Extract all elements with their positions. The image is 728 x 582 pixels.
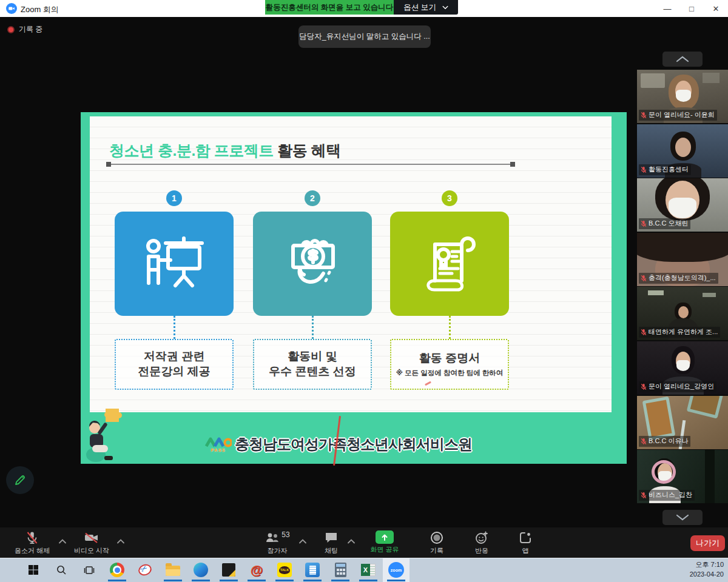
dotted-connector xyxy=(174,316,175,339)
dotted-connector xyxy=(312,316,314,339)
reactions-icon xyxy=(474,530,489,545)
chevron-up-icon xyxy=(298,539,307,544)
mic-muted-icon xyxy=(641,166,647,173)
window-controls: — □ ✕ xyxy=(655,0,728,17)
participant-tile[interactable]: 비즈니스_김찬 xyxy=(637,450,728,503)
participant-name-label: 태연하게 유연하게 조... xyxy=(639,327,720,338)
taskbar-file-explorer-button[interactable] xyxy=(160,558,186,582)
recording-dot-icon xyxy=(7,26,15,33)
kakaotalk-icon: TALK xyxy=(277,563,292,577)
chevron-down-icon xyxy=(442,5,448,10)
zoom-app-icon xyxy=(6,3,17,14)
chevron-up-icon xyxy=(347,539,356,544)
apps-button[interactable]: 앱 xyxy=(512,530,539,555)
record-button[interactable]: 기록 xyxy=(423,530,450,555)
mic-muted-icon xyxy=(641,275,647,282)
taskbar-clock[interactable]: 오후 7:10 2023-04-20 xyxy=(690,560,724,580)
taskbar-snipping-button[interactable]: ✂ xyxy=(132,558,158,582)
unmute-button[interactable]: 음소거 해제 xyxy=(8,530,56,555)
mascot-illustration xyxy=(83,407,125,466)
participants-caret[interactable] xyxy=(298,535,307,546)
participant-tile[interactable]: 활동진흥센터 xyxy=(637,124,728,178)
pencil-icon xyxy=(13,473,27,487)
participants-count: 53 xyxy=(281,530,289,539)
chat-button[interactable]: 채팅 xyxy=(318,530,345,555)
excel-icon: X xyxy=(361,564,376,576)
view-options-button[interactable]: 옵션 보기 xyxy=(394,0,458,15)
participant-name-label: 비즈니스_김찬 xyxy=(639,490,695,501)
share-screen-icon xyxy=(376,530,394,544)
clock-time: 오후 7:10 xyxy=(690,560,724,570)
video-options-caret[interactable] xyxy=(116,535,125,546)
participant-tile[interactable]: 태연하게 유연하게 조... xyxy=(637,287,728,340)
audio-options-caret[interactable] xyxy=(58,535,67,546)
pass-logo-icon: PASS xyxy=(205,436,232,452)
scroll-participants-up-button[interactable] xyxy=(662,52,703,67)
money-hand-icon xyxy=(253,212,372,316)
mic-muted-icon xyxy=(25,530,39,545)
pass-label: PASS xyxy=(211,448,226,452)
mic-muted-icon xyxy=(641,112,647,119)
taskbar-memo-app-button[interactable] xyxy=(215,558,242,582)
participant-name-label: 문이 열리네요_강영인 xyxy=(639,381,716,392)
organization-logo: PASS 충청남도여성가족청소년사회서비스원 xyxy=(205,435,472,454)
scroll-participants-down-button[interactable] xyxy=(662,510,703,525)
taskbar-calculator-button[interactable] xyxy=(327,558,354,582)
folder-icon xyxy=(166,566,180,576)
benefit-item-1: 1 저작권 관련 전문강의 제공 xyxy=(115,190,234,390)
screen-share-banner: 활동진흥센터의 화면을 보고 있습니다 xyxy=(265,0,394,15)
windows-start-icon xyxy=(28,564,39,575)
taskbar-search-button[interactable] xyxy=(48,558,75,582)
taskbar-kakaotalk-button[interactable]: TALK xyxy=(271,558,298,582)
participant-tile[interactable]: 충격(충청남도의격)_... xyxy=(637,233,728,286)
task-view-icon xyxy=(84,564,95,575)
mic-muted-icon xyxy=(641,383,647,390)
task-view-button[interactable] xyxy=(76,558,103,582)
start-video-button[interactable]: 비디오 시작 xyxy=(68,530,115,555)
clock-date: 2023-04-20 xyxy=(690,570,724,580)
chevron-up-icon xyxy=(58,539,67,544)
participants-icon xyxy=(265,530,280,545)
slide-title-rest: 활동 혜택 xyxy=(277,142,340,159)
participant-tile[interactable]: B.C.C 오채린 xyxy=(637,178,728,232)
close-button[interactable]: ✕ xyxy=(704,0,728,17)
screen-share-banner-text: 활동진흥센터의 화면을 보고 있습니다 xyxy=(266,2,393,13)
window-title: Zoom 회의 xyxy=(21,4,59,15)
window-titlebar: Zoom 회의 활동진흥센터의 화면을 보고 있습니다 옵션 보기 — □ ✕ xyxy=(0,0,728,17)
benefit-item-3: 3 활동 증명서 ※ 모든 일정에 참여한 팀에 한하여 xyxy=(390,190,509,390)
chevron-up-icon xyxy=(676,56,689,62)
zoom-icon: zoom xyxy=(388,562,404,578)
calculator-icon xyxy=(335,563,346,577)
taskbar-document-app-button[interactable] xyxy=(299,558,326,582)
taskbar-excel-button[interactable]: X xyxy=(355,558,382,582)
mic-muted-icon xyxy=(641,438,647,445)
participant-tile[interactable]: 문이 열리네요- 이윤희 xyxy=(637,70,728,123)
certificate-icon xyxy=(390,212,509,316)
benefit-caption-1: 저작권 관련 전문강의 제공 xyxy=(115,339,234,390)
share-screen-button[interactable]: 화면 공유 xyxy=(366,530,403,554)
taskbar-chrome-button[interactable] xyxy=(104,558,130,582)
recording-indicator: 기록 중 xyxy=(7,24,42,35)
camera-muted-icon xyxy=(84,530,99,545)
maximize-button[interactable]: □ xyxy=(679,0,704,17)
annotate-pencil-button[interactable] xyxy=(6,466,34,494)
snipping-tool-icon: ✂ xyxy=(138,563,152,577)
participants-button[interactable]: 53 참가자 xyxy=(257,530,297,555)
taskbar-email-app-button[interactable]: @ xyxy=(243,558,270,582)
mic-muted-icon xyxy=(641,329,647,336)
presentation-lecture-icon xyxy=(115,212,234,316)
taskbar-edge-button[interactable] xyxy=(187,558,214,582)
slide-title: 청소년 충.분.함 프로젝트 활동 혜택 xyxy=(109,141,341,161)
number-badge: 2 xyxy=(305,190,320,206)
taskbar-zoom-button[interactable]: zoom xyxy=(383,558,410,582)
leave-meeting-button[interactable]: 나가기 xyxy=(690,535,725,551)
participant-tile[interactable]: B.C.C 이유나 xyxy=(637,396,728,449)
start-button[interactable] xyxy=(20,558,47,582)
reactions-button[interactable]: 반응 xyxy=(468,530,495,555)
participant-tile[interactable]: 문이 열리네요_강영인 xyxy=(637,341,728,395)
minimize-button[interactable]: — xyxy=(655,0,679,17)
slide-title-accent: 청소년 충.분.함 프로젝트 xyxy=(109,142,274,159)
participant-name-label: B.C.C 이유나 xyxy=(639,436,690,447)
search-icon xyxy=(56,564,67,575)
chat-caret[interactable] xyxy=(347,535,356,546)
